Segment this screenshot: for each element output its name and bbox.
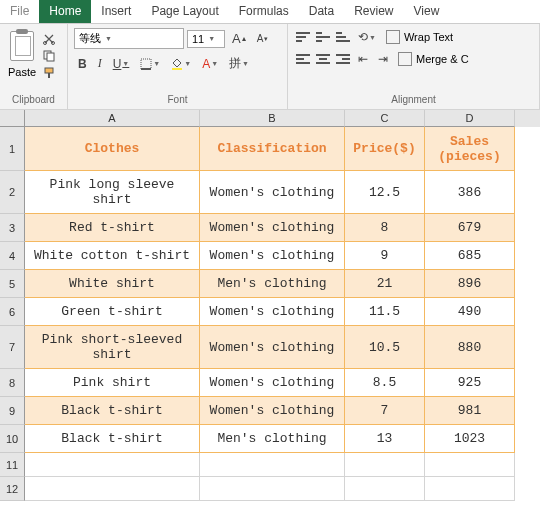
- cell[interactable]: 679: [425, 214, 515, 242]
- row-header[interactable]: 9: [0, 397, 25, 425]
- increase-indent-icon[interactable]: ⇥: [374, 50, 392, 68]
- tab-home[interactable]: Home: [39, 0, 91, 23]
- row-header[interactable]: 4: [0, 242, 25, 270]
- copy-icon[interactable]: [42, 49, 56, 63]
- cell[interactable]: 21: [345, 270, 425, 298]
- tab-view[interactable]: View: [404, 0, 450, 23]
- cell[interactable]: 9: [345, 242, 425, 270]
- cell[interactable]: 12.5: [345, 171, 425, 214]
- col-header-b[interactable]: B: [200, 110, 345, 127]
- row-header[interactable]: 5: [0, 270, 25, 298]
- cell[interactable]: Pink short-sleeved shirt: [25, 326, 200, 369]
- cell[interactable]: Men's clothing: [200, 425, 345, 453]
- tab-formulas[interactable]: Formulas: [229, 0, 299, 23]
- bold-button[interactable]: B: [74, 55, 91, 73]
- cell[interactable]: Green t-shirt: [25, 298, 200, 326]
- cell[interactable]: 13: [345, 425, 425, 453]
- cell[interactable]: Women's clothing: [200, 214, 345, 242]
- row-header[interactable]: 12: [0, 477, 25, 501]
- cell[interactable]: 685: [425, 242, 515, 270]
- font-color-button[interactable]: A▼: [198, 55, 222, 73]
- row-header[interactable]: 2: [0, 171, 25, 214]
- cell[interactable]: 880: [425, 326, 515, 369]
- decrease-font-icon[interactable]: A▾: [253, 31, 273, 46]
- cell[interactable]: Men's clothing: [200, 270, 345, 298]
- cell[interactable]: Red t-shirt: [25, 214, 200, 242]
- cell[interactable]: [345, 453, 425, 477]
- col-header-c[interactable]: C: [345, 110, 425, 127]
- underline-button[interactable]: U▼: [109, 55, 134, 73]
- cell[interactable]: Women's clothing: [200, 326, 345, 369]
- col-header-d[interactable]: D: [425, 110, 515, 127]
- cell[interactable]: 1023: [425, 425, 515, 453]
- cell[interactable]: [200, 453, 345, 477]
- cell[interactable]: 981: [425, 397, 515, 425]
- cell[interactable]: 896: [425, 270, 515, 298]
- format-painter-icon[interactable]: [42, 66, 56, 80]
- row-header[interactable]: 6: [0, 298, 25, 326]
- cell[interactable]: Black t-shirt: [25, 425, 200, 453]
- row-header[interactable]: 10: [0, 425, 25, 453]
- cell[interactable]: Clothes: [25, 127, 200, 171]
- cell[interactable]: [25, 453, 200, 477]
- border-button[interactable]: ▼: [136, 56, 164, 72]
- paste-button[interactable]: Paste: [6, 28, 38, 80]
- cell[interactable]: Pink shirt: [25, 369, 200, 397]
- align-middle-icon[interactable]: [314, 29, 332, 45]
- tab-page-layout[interactable]: Page Layout: [141, 0, 228, 23]
- select-all-corner[interactable]: [0, 110, 25, 127]
- cell[interactable]: Women's clothing: [200, 298, 345, 326]
- cell[interactable]: Women's clothing: [200, 369, 345, 397]
- cell[interactable]: White cotton t-shirt: [25, 242, 200, 270]
- cell[interactable]: [425, 477, 515, 501]
- cell[interactable]: 386: [425, 171, 515, 214]
- cell[interactable]: 490: [425, 298, 515, 326]
- font-family-select[interactable]: 等线▼: [74, 28, 184, 49]
- cell[interactable]: Sales (pieces): [425, 127, 515, 171]
- table-row: 8 Pink shirt Women's clothing 8.5 925: [0, 369, 540, 397]
- cell[interactable]: Classification: [200, 127, 345, 171]
- row-header[interactable]: 8: [0, 369, 25, 397]
- tab-data[interactable]: Data: [299, 0, 344, 23]
- row-header[interactable]: 1: [0, 127, 25, 171]
- tab-file[interactable]: File: [0, 0, 39, 23]
- align-center-icon[interactable]: [314, 51, 332, 67]
- cell[interactable]: 8: [345, 214, 425, 242]
- italic-button[interactable]: I: [94, 54, 106, 73]
- cell[interactable]: Pink long sleeve shirt: [25, 171, 200, 214]
- tab-review[interactable]: Review: [344, 0, 403, 23]
- cell[interactable]: 10.5: [345, 326, 425, 369]
- cell[interactable]: 11.5: [345, 298, 425, 326]
- align-bottom-icon[interactable]: [334, 29, 352, 45]
- row-header[interactable]: 11: [0, 453, 25, 477]
- cell[interactable]: 925: [425, 369, 515, 397]
- cell[interactable]: White shirt: [25, 270, 200, 298]
- wrap-text-button[interactable]: Wrap Text: [382, 28, 457, 46]
- align-left-icon[interactable]: [294, 51, 312, 67]
- font-size-select[interactable]: 11▼: [187, 30, 225, 48]
- cell[interactable]: 7: [345, 397, 425, 425]
- cell[interactable]: [25, 477, 200, 501]
- cell[interactable]: [345, 477, 425, 501]
- cell[interactable]: Women's clothing: [200, 242, 345, 270]
- col-header-a[interactable]: A: [25, 110, 200, 127]
- cell[interactable]: Price($): [345, 127, 425, 171]
- cut-icon[interactable]: [42, 32, 56, 46]
- decrease-indent-icon[interactable]: ⇤: [354, 50, 372, 68]
- phonetic-button[interactable]: 拼▼: [225, 53, 253, 74]
- fill-color-button[interactable]: ▼: [167, 56, 195, 72]
- cell[interactable]: Women's clothing: [200, 397, 345, 425]
- merge-button[interactable]: Merge & C: [394, 50, 473, 68]
- cell[interactable]: Women's clothing: [200, 171, 345, 214]
- tab-insert[interactable]: Insert: [91, 0, 141, 23]
- increase-font-icon[interactable]: A▴: [228, 29, 250, 48]
- align-top-icon[interactable]: [294, 29, 312, 45]
- row-header[interactable]: 3: [0, 214, 25, 242]
- cell[interactable]: 8.5: [345, 369, 425, 397]
- cell[interactable]: [200, 477, 345, 501]
- align-right-icon[interactable]: [334, 51, 352, 67]
- orientation-icon[interactable]: ⟲▼: [354, 28, 380, 46]
- cell[interactable]: [425, 453, 515, 477]
- cell[interactable]: Black t-shirt: [25, 397, 200, 425]
- row-header[interactable]: 7: [0, 326, 25, 369]
